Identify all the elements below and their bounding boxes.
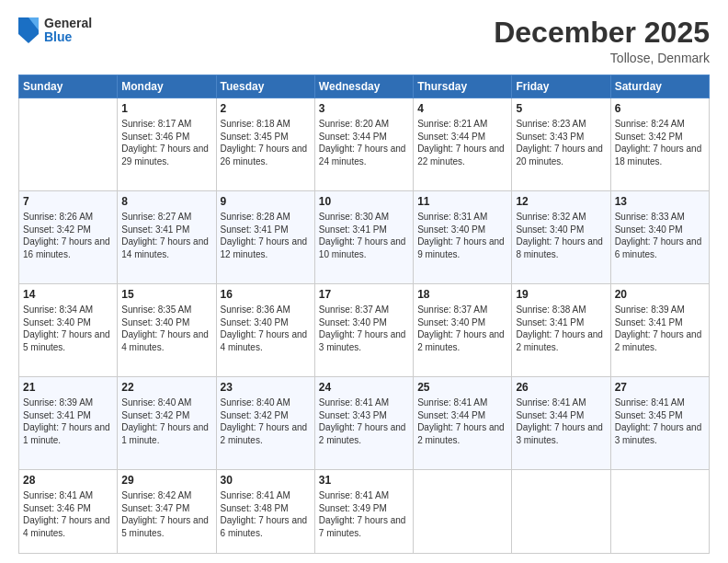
sunset-text: Sunset: 3:44 PM (417, 132, 485, 142)
weekday-header-friday: Friday (512, 75, 610, 98)
day-number: 28 (23, 473, 113, 488)
calendar-cell: 12Sunrise: 8:32 AMSunset: 3:40 PMDayligh… (512, 191, 610, 284)
calendar-cell: 27Sunrise: 8:41 AMSunset: 3:45 PMDayligh… (610, 377, 709, 470)
calendar-cell: 7Sunrise: 8:26 AMSunset: 3:42 PMDaylight… (19, 191, 118, 284)
sunrise-text: Sunrise: 8:31 AM (417, 212, 487, 222)
logo-text: General Blue (44, 17, 92, 45)
calendar-cell: 13Sunrise: 8:33 AMSunset: 3:40 PMDayligh… (610, 191, 709, 284)
calendar-cell: 14Sunrise: 8:34 AMSunset: 3:40 PMDayligh… (19, 284, 118, 377)
day-number: 15 (121, 287, 211, 302)
daylight-text: Daylight: 7 hours and 8 minutes. (516, 236, 603, 259)
day-number: 29 (121, 473, 211, 488)
daylight-text: Daylight: 7 hours and 5 minutes. (23, 329, 110, 352)
sunrise-text: Sunrise: 8:18 AM (221, 119, 290, 129)
daylight-text: Daylight: 7 hours and 2 minutes. (417, 422, 505, 445)
day-number: 14 (23, 287, 113, 302)
day-number: 21 (23, 380, 113, 395)
calendar-cell: 9Sunrise: 8:28 AMSunset: 3:41 PMDaylight… (216, 191, 314, 284)
daylight-text: Daylight: 7 hours and 4 minutes. (221, 329, 308, 352)
day-number: 24 (319, 380, 409, 395)
sunset-text: Sunset: 3:40 PM (417, 317, 485, 327)
daylight-text: Daylight: 7 hours and 3 minutes. (516, 422, 603, 445)
sunset-text: Sunset: 3:42 PM (121, 410, 189, 420)
sunset-text: Sunset: 3:42 PM (23, 224, 91, 235)
sunrise-text: Sunrise: 8:41 AM (516, 397, 586, 408)
calendar-cell: 15Sunrise: 8:35 AMSunset: 3:40 PMDayligh… (118, 284, 216, 377)
day-number: 4 (417, 101, 507, 116)
header: General Blue December 2025 Tollose, Denm… (18, 17, 710, 65)
calendar-cell: 24Sunrise: 8:41 AMSunset: 3:43 PMDayligh… (314, 377, 413, 470)
calendar-week-row: 14Sunrise: 8:34 AMSunset: 3:40 PMDayligh… (19, 284, 710, 377)
sunset-text: Sunset: 3:41 PM (121, 224, 189, 235)
day-number: 11 (417, 194, 507, 209)
daylight-text: Daylight: 7 hours and 26 minutes. (221, 144, 308, 167)
calendar-week-row: 28Sunrise: 8:41 AMSunset: 3:46 PMDayligh… (19, 470, 710, 554)
sunrise-text: Sunrise: 8:37 AM (319, 304, 389, 315)
sunset-text: Sunset: 3:40 PM (319, 317, 387, 327)
sunrise-text: Sunrise: 8:41 AM (23, 490, 93, 500)
calendar-cell: 20Sunrise: 8:39 AMSunset: 3:41 PMDayligh… (610, 284, 709, 377)
sunrise-text: Sunrise: 8:30 AM (319, 212, 389, 222)
daylight-text: Daylight: 7 hours and 22 minutes. (417, 144, 505, 167)
daylight-text: Daylight: 7 hours and 2 minutes. (221, 422, 308, 445)
day-number: 27 (615, 380, 705, 395)
weekday-header-monday: Monday (118, 75, 216, 98)
calendar-cell: 2Sunrise: 8:18 AMSunset: 3:45 PMDaylight… (216, 98, 314, 191)
sunset-text: Sunset: 3:40 PM (23, 317, 91, 327)
day-number: 12 (516, 194, 606, 209)
sunset-text: Sunset: 3:44 PM (516, 410, 584, 420)
daylight-text: Daylight: 7 hours and 29 minutes. (121, 144, 209, 167)
sunrise-text: Sunrise: 8:38 AM (516, 304, 586, 315)
weekday-header-row: SundayMondayTuesdayWednesdayThursdayFrid… (19, 75, 710, 98)
logo-blue: Blue (44, 30, 92, 44)
calendar-cell: 4Sunrise: 8:21 AMSunset: 3:44 PMDaylight… (414, 98, 512, 191)
calendar-cell: 3Sunrise: 8:20 AMSunset: 3:44 PMDaylight… (314, 98, 413, 191)
calendar-cell: 30Sunrise: 8:41 AMSunset: 3:48 PMDayligh… (216, 470, 314, 554)
sunrise-text: Sunrise: 8:39 AM (615, 304, 685, 315)
location: Tollose, Denmark (494, 51, 710, 65)
daylight-text: Daylight: 7 hours and 7 minutes. (319, 515, 406, 538)
sunset-text: Sunset: 3:49 PM (319, 503, 387, 513)
calendar-table: SundayMondayTuesdayWednesdayThursdayFrid… (18, 75, 710, 554)
weekday-header-sunday: Sunday (19, 75, 118, 98)
calendar-cell: 16Sunrise: 8:36 AMSunset: 3:40 PMDayligh… (216, 284, 314, 377)
sunset-text: Sunset: 3:40 PM (417, 224, 485, 235)
sunrise-text: Sunrise: 8:41 AM (417, 397, 487, 408)
sunrise-text: Sunrise: 8:40 AM (221, 397, 290, 408)
sunset-text: Sunset: 3:46 PM (23, 503, 91, 513)
sunrise-text: Sunrise: 8:32 AM (516, 212, 586, 222)
day-number: 7 (23, 194, 113, 209)
sunset-text: Sunset: 3:41 PM (615, 317, 683, 327)
calendar-cell: 31Sunrise: 8:41 AMSunset: 3:49 PMDayligh… (314, 470, 413, 554)
day-number: 20 (615, 287, 705, 302)
sunrise-text: Sunrise: 8:41 AM (615, 397, 685, 408)
sunrise-text: Sunrise: 8:26 AM (23, 212, 93, 222)
logo-icon (18, 17, 39, 43)
sunrise-text: Sunrise: 8:36 AM (221, 304, 290, 315)
month-title: December 2025 (494, 17, 710, 49)
sunset-text: Sunset: 3:45 PM (615, 410, 683, 420)
sunset-text: Sunset: 3:42 PM (615, 132, 683, 142)
calendar-cell: 5Sunrise: 8:23 AMSunset: 3:43 PMDaylight… (512, 98, 610, 191)
daylight-text: Daylight: 7 hours and 16 minutes. (23, 236, 110, 259)
sunrise-text: Sunrise: 8:41 AM (319, 397, 389, 408)
calendar-cell (610, 470, 709, 554)
sunset-text: Sunset: 3:41 PM (221, 224, 289, 235)
logo-general: General (44, 17, 92, 30)
daylight-text: Daylight: 7 hours and 1 minute. (23, 422, 110, 445)
calendar-cell: 8Sunrise: 8:27 AMSunset: 3:41 PMDaylight… (118, 191, 216, 284)
daylight-text: Daylight: 7 hours and 2 minutes. (516, 329, 603, 352)
sunset-text: Sunset: 3:44 PM (417, 410, 485, 420)
calendar-cell: 6Sunrise: 8:24 AMSunset: 3:42 PMDaylight… (610, 98, 709, 191)
daylight-text: Daylight: 7 hours and 12 minutes. (221, 236, 308, 259)
sunrise-text: Sunrise: 8:28 AM (221, 212, 290, 222)
day-number: 9 (221, 194, 311, 209)
calendar-cell: 10Sunrise: 8:30 AMSunset: 3:41 PMDayligh… (314, 191, 413, 284)
day-number: 1 (121, 101, 211, 116)
calendar-cell: 18Sunrise: 8:37 AMSunset: 3:40 PMDayligh… (414, 284, 512, 377)
sunrise-text: Sunrise: 8:37 AM (417, 304, 487, 315)
day-number: 10 (319, 194, 409, 209)
day-number: 25 (417, 380, 507, 395)
day-number: 26 (516, 380, 606, 395)
daylight-text: Daylight: 7 hours and 2 minutes. (319, 422, 406, 445)
